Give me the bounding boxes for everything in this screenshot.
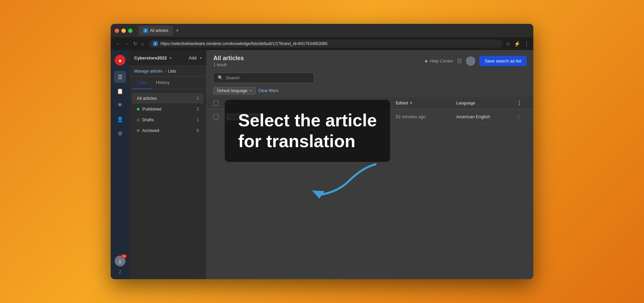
default-language-filter[interactable]: Default language × xyxy=(213,87,256,94)
filter-archived-label: Archived xyxy=(142,128,194,133)
browser-body: ▲ ☰ 📋 👁 👤 ⚙ g 19 Z xyxy=(111,50,533,279)
user-avatar-small[interactable] xyxy=(466,56,475,66)
filter-published-count: 2 xyxy=(197,107,199,112)
overlay-line2: for translation xyxy=(238,131,377,152)
sidebar-bottom: g 19 Z xyxy=(115,256,125,274)
left-panel: Cyberstore2022 ▾ Add ▾ Manage articles ›… xyxy=(129,50,207,279)
page-title: All articles xyxy=(213,55,244,62)
help-center-icon: ● xyxy=(425,58,428,64)
workspace-dropdown-icon[interactable]: ▾ xyxy=(170,56,171,60)
bookmark-icon[interactable]: ☆ xyxy=(506,41,511,47)
page-title-area: All articles 1 result xyxy=(213,55,244,67)
row-language-cell: American English xyxy=(456,114,517,119)
add-button[interactable]: Add xyxy=(189,55,197,60)
app-logo: ▲ xyxy=(115,55,125,66)
th-language: Language xyxy=(456,100,517,106)
lists-breadcrumb: Lists xyxy=(168,69,176,74)
th-actions: ⋮ xyxy=(517,100,527,106)
filter-drafts-count: 1 xyxy=(197,118,199,122)
tab-title: All articles xyxy=(150,28,168,33)
filter-tag-label: Default language xyxy=(217,88,248,93)
more-options-icon[interactable]: ⋮ xyxy=(517,100,522,106)
workspace-title: Cyberstore2022 xyxy=(134,55,167,60)
clear-filters-button[interactable]: Clear filters xyxy=(258,88,279,93)
url-favicon-icon: Z xyxy=(153,41,158,46)
filter-all-label: All articles xyxy=(137,96,194,101)
published-dot-icon xyxy=(137,108,140,111)
search-box[interactable]: 🔍 Search xyxy=(213,73,314,83)
archived-dot-icon xyxy=(137,129,140,132)
browser-actions: ☆ ⚡ ⋮ xyxy=(506,41,529,47)
forward-button[interactable]: → xyxy=(123,40,130,47)
new-tab-button[interactable]: + xyxy=(176,28,179,34)
menu-icon[interactable]: ⋮ xyxy=(524,41,529,47)
add-dropdown-icon[interactable]: ▾ xyxy=(200,56,202,60)
right-header: All articles 1 result ● Help Center ☷ Sa… xyxy=(207,50,533,70)
reload-button[interactable]: ↻ xyxy=(132,40,138,47)
home-button[interactable]: ⌂ xyxy=(140,40,145,47)
tab-favicon-icon: Z xyxy=(143,28,148,33)
search-placeholder[interactable]: Search xyxy=(226,75,239,80)
title-bar: Z All articles + xyxy=(111,24,533,37)
row-actions-cell[interactable]: ⋮ xyxy=(517,114,527,119)
app-header: Cyberstore2022 ▾ Add ▾ xyxy=(129,50,206,66)
row-checkbox[interactable] xyxy=(213,114,219,120)
filter-archived-count: 0 xyxy=(197,128,199,133)
sidebar-icon-preview[interactable]: 👁 xyxy=(114,99,126,111)
help-center-area: ● Help Center xyxy=(425,58,453,64)
avatar[interactable]: g 19 xyxy=(115,256,125,266)
tab-bar: Z All articles + xyxy=(139,26,529,36)
help-center-label[interactable]: Help Center xyxy=(430,58,453,63)
save-search-button[interactable]: Save search as list xyxy=(479,56,527,66)
filter-drafts[interactable]: Drafts 1 xyxy=(132,115,204,125)
maximize-button[interactable] xyxy=(128,29,132,33)
url-text: https://selectivehardware.zendesk.com/kn… xyxy=(160,41,327,46)
traffic-lights xyxy=(115,29,132,33)
nav-buttons: ← → ↻ ⌂ xyxy=(115,40,145,47)
filter-archived[interactable]: Archived 0 xyxy=(132,125,204,136)
header-right-actions: ● Help Center ☷ Save search as list xyxy=(425,56,527,66)
back-button[interactable]: ← xyxy=(115,40,121,47)
overlay-tooltip: Select the article for translation xyxy=(225,100,390,162)
filter-area: Default language × Clear filters xyxy=(207,86,533,97)
tab-lists[interactable]: Lists xyxy=(133,77,151,89)
zendesk-icon: Z xyxy=(119,269,122,274)
select-all-checkbox[interactable] xyxy=(213,100,219,106)
breadcrumb-separator: › xyxy=(165,69,166,74)
filter-all-articles[interactable]: All articles 1 xyxy=(132,93,204,103)
row-edited-cell: 52 minutes ago xyxy=(396,114,456,119)
active-tab[interactable]: Z All articles xyxy=(139,26,173,36)
th-edited: Edited ▼ xyxy=(396,100,456,106)
th-checkbox xyxy=(213,100,225,106)
extensions-icon[interactable]: ⚡ xyxy=(514,41,521,47)
filter-tag-close-icon[interactable]: × xyxy=(250,88,252,93)
sort-icon[interactable]: ▼ xyxy=(410,101,413,105)
minimize-button[interactable] xyxy=(121,29,126,33)
address-bar: ← → ↻ ⌂ Z https://selectivehardware.zend… xyxy=(111,37,533,50)
breadcrumb: Manage articles › Lists xyxy=(129,66,206,77)
grid-view-icon[interactable]: ☷ xyxy=(457,58,462,64)
manage-articles-link[interactable]: Manage articles xyxy=(134,69,163,74)
url-bar[interactable]: Z https://selectivehardware.zendesk.com/… xyxy=(148,40,502,48)
filter-drafts-label: Drafts xyxy=(142,117,194,122)
panel-tabs: Lists History xyxy=(129,77,206,89)
sidebar-icon-help[interactable]: 📋 xyxy=(114,85,126,97)
sidebar-icon-articles[interactable]: ☰ xyxy=(114,71,126,83)
filter-published-label: Published xyxy=(142,106,194,112)
close-button[interactable] xyxy=(115,29,119,33)
sidebar-icon-users[interactable]: 👤 xyxy=(114,113,126,125)
tab-history[interactable]: History xyxy=(151,77,174,89)
arrow-annotation xyxy=(309,161,382,203)
filter-published[interactable]: Published 2 xyxy=(132,104,204,114)
filter-all-count: 1 xyxy=(197,96,199,101)
drafts-dot-icon xyxy=(137,119,140,121)
sidebar-icon-settings[interactable]: ⚙ xyxy=(114,127,126,139)
search-icon: 🔍 xyxy=(218,75,223,80)
row-checkbox-cell xyxy=(213,114,225,120)
overlay-line1: Select the article xyxy=(238,110,377,131)
article-filter-list: All articles 1 Published 2 Drafts 1 xyxy=(129,89,206,139)
edited-label: Edited xyxy=(396,101,408,105)
result-count: 1 result xyxy=(213,62,244,67)
app-sidebar: ▲ ☰ 📋 👁 👤 ⚙ g 19 Z xyxy=(111,50,129,279)
search-area: 🔍 Search xyxy=(207,70,533,86)
